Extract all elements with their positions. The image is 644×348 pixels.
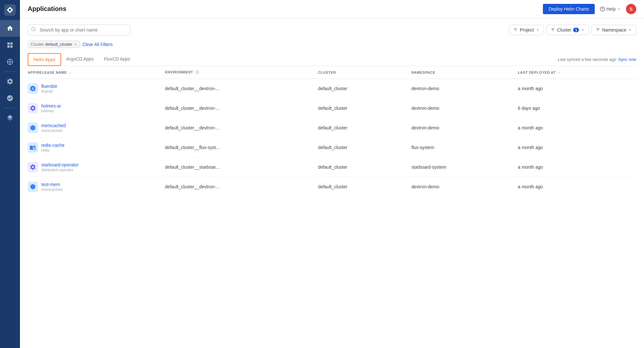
active-filters-row: Cluster default_cluster × Clear All Filt… (28, 41, 636, 48)
table-row: fluentbit fluentd default_cluster__devtr… (28, 79, 636, 99)
sidebar-item-config[interactable] (0, 90, 20, 107)
user-avatar[interactable]: S (626, 4, 636, 14)
svg-rect-3 (7, 45, 10, 48)
help-label: Help (606, 6, 616, 12)
app-icon-test-mem (28, 182, 38, 192)
apps-table: APP/RELEASE NAME ↓ ENVIRONMENT ⓘ CLUSTER… (28, 66, 636, 197)
cell-deployed-test-mem: a month ago (513, 177, 636, 197)
sidebar-divider-2 (4, 108, 16, 108)
search-filter-row: Project Cluster 1 Namespace (28, 24, 636, 35)
svg-line-9 (34, 30, 35, 31)
tabs-row: Helm Apps ArgoCD Apps FluxCD Apps Last s… (28, 53, 636, 66)
app-name-fluentbit[interactable]: fluentbit (41, 84, 57, 89)
col-header-environment: ENVIRONMENT ⓘ (160, 66, 313, 79)
cluster-label: Cluster (557, 27, 571, 33)
sidebar-divider (4, 71, 16, 72)
filter-group: Project Cluster 1 Namespace (509, 25, 636, 35)
app-name-memcached[interactable]: memcached (41, 123, 66, 128)
cell-cluster-test-mem: default_cluster (313, 177, 406, 197)
sidebar-item-settings[interactable] (0, 73, 20, 90)
chevron-down-icon (617, 7, 621, 11)
content-area: Project Cluster 1 Namespace Clus (20, 18, 644, 348)
deploy-helm-charts-button[interactable]: Deploy Helm Charts (543, 4, 595, 14)
app-name-starboard-operator[interactable]: starboard-operator (41, 162, 79, 167)
sidebar-item-home[interactable] (0, 20, 20, 37)
sort-name-icon[interactable]: ↓ (69, 71, 71, 74)
header: Applications Deploy Helm Charts Help S (20, 0, 644, 18)
cell-environment-redis-cache: default_cluster__flux-syst... (160, 138, 313, 157)
table-row: test-mem memcached default_cluster__devt… (28, 177, 636, 197)
table-row: holmes-ai holmes default_cluster__devtro… (28, 99, 636, 118)
cell-cluster-redis-cache: default_cluster (313, 138, 406, 157)
environment-info-icon[interactable]: ⓘ (195, 70, 199, 74)
cluster-tag-value: default_cluster (45, 42, 72, 47)
cluster-filter-tag: Cluster default_cluster × (28, 41, 80, 48)
search-box (28, 24, 131, 35)
sidebar-item-apps[interactable] (0, 37, 20, 53)
cell-environment-holmes-ai: default_cluster__devtron-... (160, 99, 313, 118)
cell-namespace-holmes-ai: devtron-demo (406, 99, 513, 118)
sort-deployed-icon[interactable]: ↕ (558, 71, 560, 74)
svg-rect-2 (10, 42, 13, 45)
cell-environment-starboard-operator: default_cluster__starboar... (160, 157, 313, 177)
tabs: Helm Apps ArgoCD Apps FluxCD Apps (28, 53, 135, 66)
tab-argocd-apps[interactable]: ArgoCD Apps (61, 53, 99, 66)
app-name-redis-cache[interactable]: redis-cache (41, 143, 64, 148)
app-icon-redis-cache (28, 142, 38, 153)
app-icon-memcached (28, 123, 38, 133)
cell-environment-memcached: default_cluster__devtron-... (160, 118, 313, 138)
sync-now-link[interactable]: Sync now (618, 57, 636, 62)
cell-environment-fluentbit: default_cluster__devtron-... (160, 79, 313, 99)
cell-deployed-redis-cache: a month ago (513, 138, 636, 157)
apps-table-body: fluentbit fluentd default_cluster__devtr… (28, 79, 636, 197)
cell-cluster-holmes-ai: default_cluster (313, 99, 406, 118)
svg-rect-1 (7, 42, 10, 45)
app-subtitle-fluentbit: fluentd (41, 89, 57, 94)
table-header-row: APP/RELEASE NAME ↓ ENVIRONMENT ⓘ CLUSTER… (28, 66, 636, 79)
col-header-cluster: CLUSTER (313, 66, 406, 79)
svg-rect-4 (10, 45, 13, 48)
cell-namespace-redis-cache: flux-system (406, 138, 513, 157)
sync-text: Last synced a few seconds ago (558, 57, 616, 62)
page-title: Applications (28, 5, 66, 13)
help-button[interactable]: Help (600, 6, 621, 12)
app-name-holmes-ai[interactable]: holmes-ai (41, 103, 61, 108)
namespace-filter-icon (596, 28, 600, 32)
cell-name-fluentbit: fluentbit fluentd (28, 79, 160, 99)
sidebar-logo[interactable] (0, 0, 20, 20)
cell-deployed-memcached: a month ago (513, 118, 636, 138)
cluster-filter-button[interactable]: Cluster 1 (546, 25, 589, 35)
app-icon-holmes-ai (28, 103, 38, 113)
cell-cluster-memcached: default_cluster (313, 118, 406, 138)
cell-namespace-memcached: devtron-demo (406, 118, 513, 138)
filter-icon (513, 28, 518, 32)
cell-namespace-starboard-operator: starboard-system (406, 157, 513, 177)
clear-all-filters-button[interactable]: Clear All Filters (82, 42, 113, 47)
tab-fluxcd-apps[interactable]: FluxCD Apps (99, 53, 136, 66)
cell-deployed-starboard-operator: a month ago (513, 157, 636, 177)
cell-deployed-holmes-ai: 6 days ago (513, 99, 636, 118)
sidebar-item-helm[interactable] (0, 53, 20, 70)
app-name-test-mem[interactable]: test-mem (41, 182, 62, 187)
col-header-deployed: LAST DEPLOYED AT ↕ (513, 66, 636, 79)
chevron-down-namespace-icon (628, 28, 632, 32)
chevron-down-cluster-icon (581, 28, 585, 32)
project-label: Project (520, 27, 534, 33)
app-subtitle-memcached: memcached (41, 128, 66, 133)
app-subtitle-redis-cache: redis (41, 148, 64, 153)
namespace-filter-button[interactable]: Namespace (592, 25, 636, 35)
app-subtitle-holmes-ai: holmes (41, 109, 61, 113)
col-header-namespace: NAMESPACE (406, 66, 513, 79)
cluster-tag-close[interactable]: × (74, 42, 77, 47)
table-container: APP/RELEASE NAME ↓ ENVIRONMENT ⓘ CLUSTER… (28, 66, 636, 197)
search-input[interactable] (28, 24, 131, 35)
cell-cluster-fluentbit: default_cluster (313, 79, 406, 99)
app-subtitle-test-mem: memcached (41, 187, 62, 192)
sidebar-item-layers[interactable] (0, 109, 20, 126)
cell-name-holmes-ai: holmes-ai holmes (28, 99, 160, 118)
chevron-down-icon (536, 28, 540, 32)
tab-helm-apps[interactable]: Helm Apps (28, 53, 61, 66)
app-icon-fluentbit (28, 83, 38, 94)
table-row: starboard-operator starboard-operator de… (28, 157, 636, 177)
project-filter-button[interactable]: Project (509, 25, 544, 35)
